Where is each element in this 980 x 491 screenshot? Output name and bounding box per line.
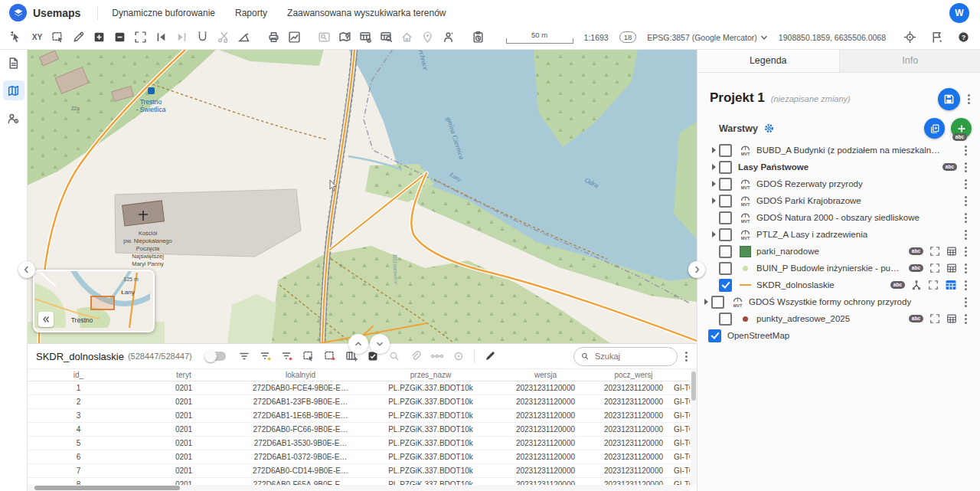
layer-checkbox-checked[interactable] (708, 329, 721, 342)
select-area-icon[interactable] (48, 28, 67, 47)
full-extent-icon[interactable] (131, 28, 150, 47)
snapping-magnet-icon[interactable] (193, 28, 212, 47)
layer-row[interactable]: MVT PTLZ_A Lasy i zadrzewienia (697, 226, 980, 243)
labels-badge[interactable]: abc (890, 281, 905, 289)
labels-badge[interactable]: abc (909, 315, 923, 322)
table-search-box[interactable] (573, 347, 678, 366)
layer-checkbox[interactable] (719, 144, 732, 157)
layer-row[interactable]: MVT GDOŚ Parki Krajobrazowe (697, 192, 980, 209)
print-icon[interactable] (264, 28, 283, 47)
projection-select[interactable]: EPSG:3857 (Google Mercator) (647, 33, 768, 42)
labels-badge[interactable]: abc (952, 133, 967, 141)
extent-rectangle[interactable] (91, 296, 114, 309)
filter-icon[interactable] (235, 347, 253, 365)
panel-expand-button[interactable] (348, 334, 368, 354)
panel-collapse-left-button[interactable] (18, 261, 35, 278)
filter-clear-icon[interactable] (278, 347, 296, 365)
expand-arrow-icon[interactable] (708, 164, 719, 170)
layer-checkbox[interactable] (719, 178, 732, 191)
nav-raporty[interactable]: Raporty (235, 8, 267, 18)
layer-checkbox[interactable] (719, 161, 732, 174)
labels-badge[interactable]: abc (909, 247, 923, 255)
table-row[interactable]: 30201272D6AB1-1E6B-9B0E-E…PL.PZGiK.337.B… (27, 409, 690, 423)
labels-badge[interactable]: abc (909, 264, 923, 272)
layer-menu-button[interactable] (965, 318, 967, 320)
layer-menu-button[interactable] (965, 234, 967, 236)
layer-checkbox[interactable] (719, 228, 732, 241)
panel-collapse-right-button[interactable] (688, 261, 705, 278)
extrude-ramp-icon[interactable] (234, 28, 253, 47)
vertices-icon[interactable] (428, 347, 446, 365)
chart-icon[interactable] (285, 28, 304, 47)
layer-menu-button[interactable] (965, 149, 967, 152)
map-view-icon[interactable] (3, 80, 24, 100)
attribute-table-icon-active[interactable] (945, 279, 957, 291)
layer-row[interactable]: MVT GDOŚ Wszystkie formy ochrony przyrod… (697, 293, 980, 310)
col-header[interactable]: id_ (27, 371, 130, 379)
layer-row[interactable]: punkty_adresowe_2025 abc (697, 310, 980, 327)
image-search-icon[interactable] (315, 28, 334, 47)
layer-checkbox[interactable] (719, 211, 732, 224)
table-row[interactable]: 50201272D6AB1-3530-9B0E-E…PL.PZGiK.337.B… (27, 437, 690, 450)
scrollbar-thumb[interactable] (34, 486, 180, 490)
next-extent-icon[interactable] (172, 28, 191, 47)
layer-menu-button[interactable] (965, 301, 967, 303)
layer-checkbox[interactable] (719, 245, 732, 258)
layer-row[interactable]: parki_narodowe abc (697, 243, 980, 260)
layer-checkbox-checked[interactable] (719, 279, 732, 292)
save-project-button[interactable] (938, 88, 960, 110)
expand-arrow-icon[interactable] (708, 231, 719, 237)
layer-row[interactable]: MVT GDOŚ Rezerwaty przyrody (697, 175, 980, 192)
layer-row[interactable]: OpenStreetMap (697, 327, 980, 344)
table-search-icon[interactable] (377, 28, 396, 47)
expand-arrow-icon[interactable] (701, 299, 711, 305)
zoom-to-layer-icon[interactable] (929, 246, 940, 257)
layer-checkbox[interactable] (719, 313, 732, 326)
table-row[interactable]: 60201272D6AB1-0372-9B0E-E…PL.PZGiK.337.B… (27, 450, 690, 464)
select-features-icon[interactable] (299, 347, 318, 365)
nav-zaawansowana-wyszukiwarka[interactable]: Zaawansowana wyszukiwarka terenów (287, 8, 446, 18)
expand-arrow-icon[interactable] (708, 147, 719, 153)
col-header[interactable]: lokalnyid (237, 371, 364, 379)
map-extent-filter-toggle[interactable] (206, 352, 226, 361)
layer-menu-button[interactable] (965, 250, 967, 253)
geometry-network-icon[interactable] (911, 280, 922, 290)
minimap-collapse-button[interactable] (38, 312, 54, 327)
table-row[interactable]: 20201272D6AB1-23FB-9B0E-E…PL.PZGiK.337.B… (27, 395, 690, 409)
expand-arrow-icon[interactable] (708, 198, 719, 204)
table-row[interactable]: 10201272D6AB0-FCE4-9B0E-E…PL.PZGiK.337.B… (27, 381, 690, 395)
layer-checkbox[interactable] (711, 296, 724, 309)
layer-row[interactable]: BUIN_P Budowle inżynierskie - punkty abc (697, 260, 980, 277)
layer-row[interactable]: MVT GDOŚ Natura 2000 - obszary siedlisko… (697, 209, 980, 226)
col-header[interactable]: pocz_wersj (593, 371, 674, 379)
nav-dynamiczne-buforowanie[interactable]: Dynamiczne buforowanie (112, 8, 215, 18)
layer-row-active[interactable]: SKDR_dolnoslaskie abc (697, 277, 980, 293)
map-survey-icon[interactable] (335, 28, 354, 47)
layer-menu-button[interactable] (965, 267, 967, 270)
layer-checkbox[interactable] (719, 195, 732, 208)
attribute-table-icon[interactable] (946, 263, 957, 273)
labels-badge[interactable]: abc (942, 163, 957, 171)
gps-locate-icon[interactable] (900, 28, 920, 47)
filter-advanced-icon[interactable] (256, 347, 275, 365)
table-row[interactable]: 40201272D6AB0-FC66-9B0E-E…PL.PZGiK.337.B… (27, 423, 690, 437)
help-icon[interactable]: ? (954, 28, 973, 47)
add-group-button[interactable] (924, 118, 945, 139)
col-header[interactable]: wersja (498, 371, 593, 379)
report-flag-icon[interactable] (927, 28, 946, 47)
zoom-to-layer-icon[interactable] (928, 280, 939, 290)
auto-select-cursor-icon[interactable] (7, 28, 26, 47)
layer-checkbox[interactable] (719, 262, 732, 275)
edit-records-icon[interactable] (481, 347, 499, 365)
clear-selection-icon[interactable] (321, 347, 339, 365)
table-search-input[interactable] (593, 351, 658, 362)
layer-menu-button[interactable] (965, 200, 967, 202)
documents-icon[interactable] (3, 53, 24, 73)
person-pin-icon[interactable] (439, 28, 458, 47)
expand-arrow-icon[interactable] (708, 181, 719, 187)
draw-measure-icon[interactable] (69, 28, 88, 47)
layer-menu-button[interactable] (965, 166, 967, 169)
table-settings-icon[interactable] (356, 28, 375, 47)
table-horizontal-scrollbar[interactable] (27, 485, 690, 491)
layer-row[interactable]: Lasy Państwowe abc (697, 159, 980, 175)
